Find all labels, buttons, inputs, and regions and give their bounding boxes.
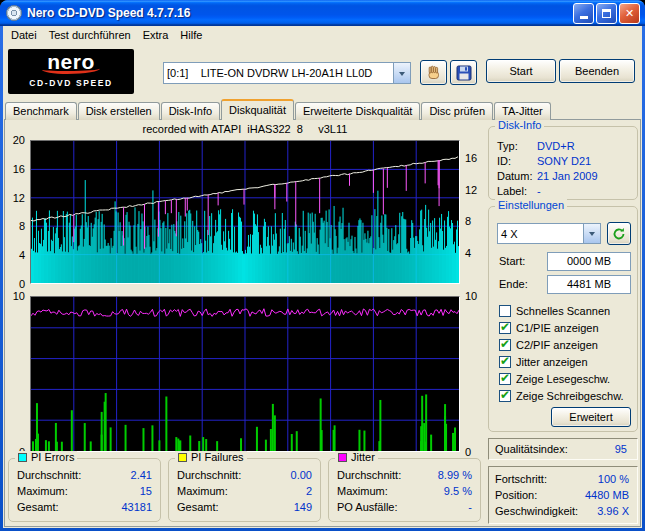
tab-disk-erstellen[interactable]: Disk erstellen [78, 102, 160, 120]
start-label: Start: [499, 255, 525, 267]
menu-test-durchfuehren[interactable]: Test durchführen [43, 28, 137, 42]
quality-index-panel: Qualitätsindex: 95 [488, 438, 638, 460]
axis-tick-label: 12 [463, 184, 485, 196]
disk-info-value: DVD+R [537, 140, 575, 152]
jitter-color-swatch [338, 453, 347, 462]
stat-value: 2.41 [131, 469, 152, 481]
quit-button[interactable]: Beenden [559, 59, 635, 83]
logo-product: CD-DVD SPEED [8, 78, 134, 88]
axis-tick-label: 4 [5, 249, 27, 261]
menu-datei[interactable]: Datei [5, 28, 43, 42]
pie-speed-chart [30, 140, 460, 284]
drive-select-value: [0:1] LITE-ON DVDRW LH-20A1H LL0D [164, 67, 393, 79]
disk-info-title: Disk-Info [495, 119, 544, 132]
menu-hilfe[interactable]: Hilfe [174, 28, 208, 42]
checkbox-c1-pie[interactable]: C1/PIE anzeigen [499, 321, 635, 335]
tab-benchmark[interactable]: Benchmark [5, 102, 77, 120]
jitter-chart-right-axis: 100 [463, 296, 485, 452]
stat-value: 9.5 % [444, 485, 472, 497]
jitter-legend: Jitter [335, 451, 378, 464]
drive-select[interactable]: [0:1] LITE-ON DVDRW LH-20A1H LL0D [163, 62, 411, 84]
axis-tick-label: 10 [5, 290, 27, 302]
axis-tick-label: 16 [5, 163, 27, 175]
settings-group: Einstellungen 4 X Start: 0000 MB Ende: 4… [488, 206, 638, 432]
progress-label: Fortschritt: [495, 473, 547, 485]
disk-info-label: Datum: [497, 170, 532, 182]
checkbox-icon [499, 305, 511, 317]
disk-info-label: Typ: [497, 140, 518, 152]
stat-value: 8.99 % [438, 469, 472, 481]
titlebar[interactable]: Nero CD-DVD Speed 4.7.7.16 ✕ [0, 0, 645, 26]
tab-page-diskqualitaet: recorded with ATAPI iHAS322 8 v3L11 2016… [4, 119, 641, 527]
pie-chart-left-axis: 201612840 [5, 140, 27, 284]
tab-ta-jitter[interactable]: TA-Jitter [494, 102, 551, 120]
app-window: Nero CD-DVD Speed 4.7.7.16 ✕ Datei Test … [0, 0, 645, 531]
floppy-icon [456, 65, 472, 81]
checkbox-lesegeschw[interactable]: Zeige Lesegeschw. [499, 372, 635, 386]
pif-jitter-chart [30, 296, 460, 452]
eject-disc-button[interactable] [420, 60, 447, 85]
axis-tick-label: 16 [463, 152, 485, 164]
disk-info-value: 21 Jan 2009 [537, 170, 598, 182]
disk-info-value: - [537, 185, 541, 197]
checkbox-icon [499, 390, 511, 402]
save-button[interactable] [450, 60, 477, 85]
disk-info-value: SONY D21 [537, 155, 591, 167]
maximize-button[interactable] [596, 3, 617, 24]
tab-disk-info[interactable]: Disk-Info [161, 102, 220, 120]
tab-disc-pruefen[interactable]: Disc prüfen [421, 102, 493, 120]
jitter-group: Jitter Durchschnitt:8.99 % Maximum:9.5 %… [328, 458, 481, 522]
pi-errors-group: PI Errors Durchschnitt:2.41 Maximum:15 G… [8, 458, 161, 522]
checkbox-jitter[interactable]: Jitter anzeigen [499, 355, 635, 369]
tab-erweiterte-diskqualitaet[interactable]: Erweiterte Diskqualität [295, 102, 420, 120]
disk-info-group: Disk-Info Typ:DVD+R ID:SONY D21 Datum:21… [488, 126, 638, 200]
checkbox-label: Zeige Lesegeschw. [516, 373, 610, 385]
start-button[interactable]: Start [486, 59, 556, 83]
jitter-chart-left-axis: 100 [5, 296, 27, 452]
stat-label: Maximum: [177, 485, 228, 497]
pi-errors-legend: PI Errors [15, 451, 77, 464]
tab-diskqualitaet[interactable]: Diskqualität [221, 99, 294, 120]
checkbox-schreibgeschw[interactable]: Zeige Schreibgeschw. [499, 389, 635, 403]
axis-tick-label: 12 [5, 192, 27, 204]
checkbox-icon [499, 339, 511, 351]
end-field[interactable]: 4481 MB [547, 275, 631, 294]
advanced-button[interactable]: Erweitert [551, 407, 631, 427]
refresh-icon [612, 227, 626, 241]
pi-failures-legend: PI Failures [175, 451, 247, 464]
disk-info-label: ID: [497, 155, 511, 167]
stat-value: - [468, 501, 472, 513]
checkbox-schnelles-scannen[interactable]: Schnelles Scannen [499, 304, 635, 318]
minimize-button[interactable] [573, 3, 594, 24]
minimize-icon [580, 16, 588, 19]
checkbox-label: Jitter anzeigen [516, 356, 588, 368]
progress-panel: Fortschritt: 100 % Position: 4480 MB Ges… [488, 466, 638, 524]
group-title: PI Failures [191, 451, 244, 464]
checkbox-c2-pif[interactable]: C2/PIF anzeigen [499, 338, 635, 352]
position-label: Position: [495, 489, 537, 501]
chevron-down-icon[interactable] [583, 224, 600, 243]
stat-label: Maximum: [337, 485, 388, 497]
refresh-button[interactable] [607, 222, 631, 245]
stat-value: 15 [140, 485, 152, 497]
stat-label: PO Ausfälle: [337, 501, 398, 513]
close-icon: ✕ [625, 8, 634, 19]
menu-extra[interactable]: Extra [137, 28, 175, 42]
close-button[interactable]: ✕ [619, 3, 640, 24]
start-field[interactable]: 0000 MB [547, 252, 631, 271]
logo-brand: nero [8, 51, 134, 72]
quality-index-value: 95 [615, 443, 627, 455]
end-label: Ende: [499, 278, 528, 290]
stat-value: 2 [306, 485, 312, 497]
speed-select-value: 4 X [498, 228, 583, 240]
checkbox-icon [499, 322, 511, 334]
pie-color-swatch [18, 453, 27, 462]
group-title: PI Errors [31, 451, 74, 464]
window-title: Nero CD-DVD Speed 4.7.7.16 [27, 6, 573, 20]
speed-select[interactable]: 4 X [497, 223, 601, 244]
checkbox-icon [499, 373, 511, 385]
window-controls: ✕ [573, 3, 640, 24]
progress-value: 100 % [598, 473, 629, 485]
maximize-icon [602, 9, 611, 18]
chevron-down-icon[interactable] [393, 63, 410, 83]
